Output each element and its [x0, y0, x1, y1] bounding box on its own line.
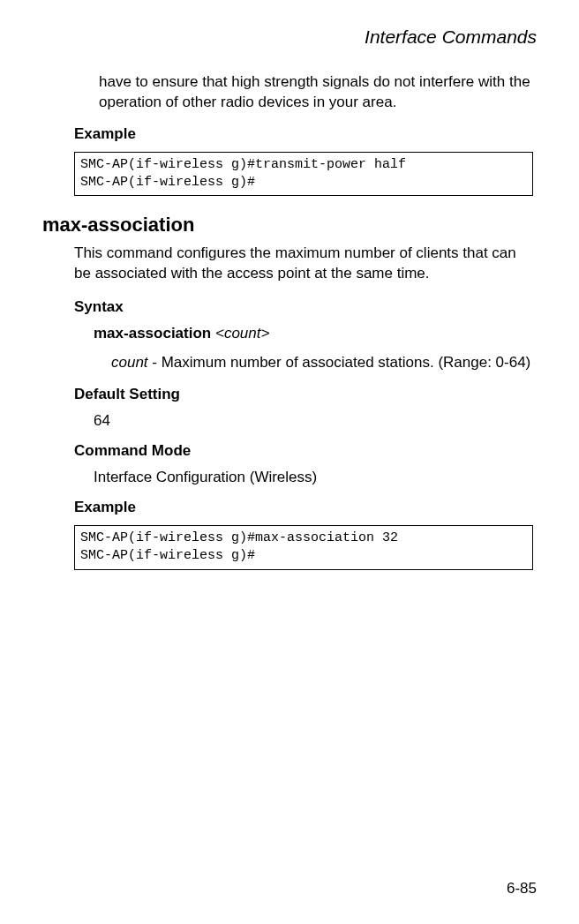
command-mode-value: Interface Configuration (Wireless) — [94, 469, 537, 486]
syntax-command: max-association — [94, 325, 211, 342]
param-description: count - Maximum number of associated sta… — [111, 353, 537, 373]
example-label-1: Example — [74, 125, 537, 143]
command-description: This command configures the maximum numb… — [74, 244, 537, 284]
continuation-paragraph: have to ensure that high strength signal… — [99, 72, 537, 113]
param-desc-text: - Maximum number of associated stations.… — [148, 354, 531, 371]
code-example-2: SMC-AP(if-wireless g)#max-association 32… — [74, 525, 533, 570]
syntax-label: Syntax — [74, 298, 537, 316]
command-heading: max-association — [42, 214, 537, 237]
page-header-title: Interface Commands — [42, 26, 537, 48]
syntax-param: <count> — [215, 325, 269, 342]
command-mode-label: Command Mode — [74, 442, 537, 460]
example-label-2: Example — [74, 499, 537, 516]
param-name: count — [111, 354, 148, 371]
default-setting-value: 64 — [94, 412, 537, 430]
page-number: 6-85 — [507, 880, 537, 898]
default-setting-label: Default Setting — [74, 386, 537, 403]
syntax-usage: max-association <count> — [94, 325, 537, 342]
code-example-1: SMC-AP(if-wireless g)#transmit-power hal… — [74, 152, 533, 197]
